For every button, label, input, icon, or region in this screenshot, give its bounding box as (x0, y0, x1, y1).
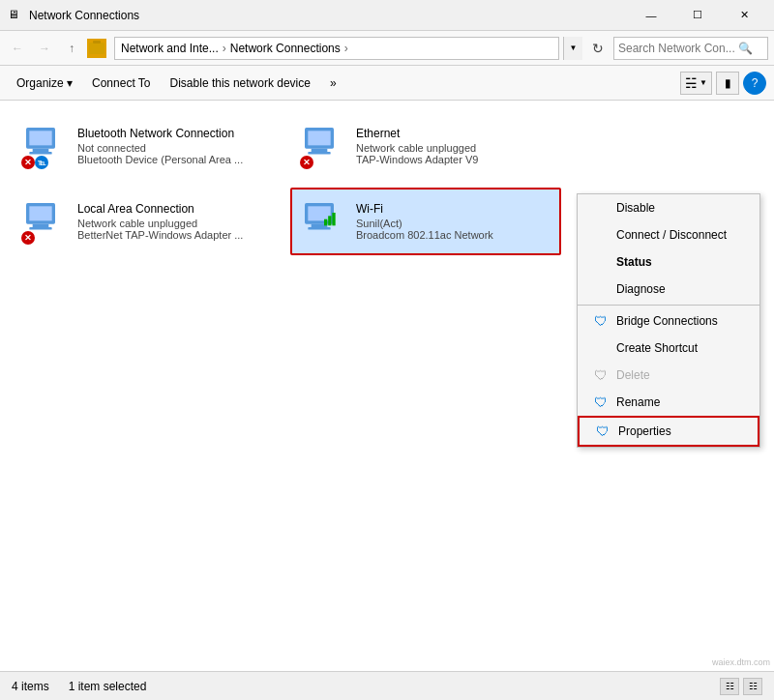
status-icon (593, 254, 609, 270)
window-controls: — ☐ ✕ (629, 0, 766, 31)
network-item-local[interactable]: ✕ Local Area Connection Network cable un… (12, 188, 283, 255)
back-button[interactable]: ← (6, 37, 29, 60)
bridge-icon: 🛡 (593, 313, 609, 329)
svg-rect-20 (332, 213, 335, 225)
error-badge-bluetooth: ✕ (21, 156, 35, 169)
ctx-properties[interactable]: 🛡 Properties (578, 416, 759, 447)
title-bar: 🖥 Network Connections — ☐ ✕ (0, 0, 774, 31)
view-options[interactable]: ☵ ▼ (680, 72, 712, 95)
shortcut-icon (593, 340, 609, 356)
diagnose-icon (593, 281, 609, 297)
search-icon: 🔍 (738, 42, 753, 55)
pane-button[interactable]: ▮ (716, 72, 739, 95)
svg-rect-1 (93, 41, 101, 44)
ctx-shortcut[interactable]: Create Shortcut (578, 335, 759, 362)
ctx-delete: 🛡 Delete (578, 362, 759, 389)
address-bar: ← → ↑ Network and Inte... › Network Conn… (0, 31, 774, 66)
network-item-ethernet[interactable]: ✕ Ethernet Network cable unplugged TAP-W… (290, 112, 561, 180)
maximize-button[interactable]: ☐ (675, 0, 720, 31)
ctx-rename[interactable]: 🛡 Rename (578, 389, 759, 416)
forward-button[interactable]: → (33, 37, 56, 60)
wifi-status: Sunil(Act) (356, 218, 551, 229)
error-badge-ethernet: ✕ (300, 156, 313, 169)
rename-icon: 🛡 (593, 394, 609, 410)
svg-rect-3 (29, 131, 51, 145)
search-box[interactable]: 🔍 (613, 37, 768, 60)
watermark: waiex.dtm.com (712, 657, 770, 667)
selected-count: 1 item selected (69, 680, 147, 693)
svg-rect-15 (308, 206, 330, 220)
status-view-btn-1[interactable]: ☷ (720, 678, 739, 695)
svg-rect-0 (89, 43, 104, 54)
context-menu: Disable Connect / Disconnect Status Diag… (577, 193, 760, 448)
svg-rect-19 (328, 216, 331, 225)
item-count: 4 items (12, 680, 49, 693)
properties-icon: 🛡 (595, 423, 610, 439)
search-input[interactable] (618, 42, 734, 55)
svg-rect-9 (308, 152, 330, 155)
svg-rect-12 (33, 224, 49, 227)
view-dropdown-icon: ▼ (700, 78, 707, 87)
svg-rect-13 (29, 227, 51, 230)
ctx-diagnose[interactable]: Diagnose (578, 276, 759, 303)
wifi-info: Wi-Fi Sunil(Act) Broadcom 802.11ac Netwo… (356, 202, 551, 241)
svg-rect-11 (29, 206, 51, 220)
ethernet-icon-wrap: ✕ (300, 123, 346, 169)
minimize-button[interactable]: — (629, 0, 673, 31)
help-button[interactable]: ? (743, 72, 766, 95)
network-item-wifi[interactable]: Wi-Fi Sunil(Act) Broadcom 802.11ac Netwo… (290, 188, 561, 255)
ethernet-status: Network cable unplugged (356, 142, 551, 154)
window-title: Network Connections (29, 9, 629, 22)
disable-button[interactable]: Disable this network device (162, 70, 319, 97)
bluetooth-status: Not connected (77, 142, 273, 154)
svg-rect-18 (324, 219, 327, 226)
status-bar: 4 items 1 item selected ☷ ☷ (0, 671, 774, 700)
toolbar: Organize ▾ Connect To Disable this netwo… (0, 66, 774, 101)
connect-to-button[interactable]: Connect To (83, 70, 160, 97)
ctx-connect[interactable]: Connect / Disconnect (578, 221, 759, 248)
breadcrumb-icon (87, 39, 106, 58)
svg-rect-17 (308, 227, 330, 230)
view-buttons: ☷ ☷ (720, 678, 762, 695)
ctx-separator-1 (578, 305, 759, 306)
bluetooth-badge: ℡ (35, 156, 48, 169)
svg-rect-8 (312, 149, 328, 152)
delete-icon: 🛡 (593, 367, 609, 383)
local-status: Network cable unplugged (77, 218, 273, 229)
ethernet-device: TAP-Windows Adapter V9 (356, 154, 551, 165)
address-path[interactable]: Network and Inte... › Network Connection… (114, 37, 559, 60)
local-name: Local Area Connection (77, 202, 273, 216)
bluetooth-info: Bluetooth Network Connection Not connect… (77, 127, 273, 165)
bluetooth-device: Bluetooth Device (Personal Area ... (77, 154, 273, 165)
status-view-btn-2[interactable]: ☷ (743, 678, 762, 695)
address-dropdown-button[interactable]: ▼ (563, 37, 582, 60)
svg-rect-7 (308, 131, 330, 145)
organize-button[interactable]: Organize ▾ (8, 70, 81, 97)
svg-rect-5 (29, 152, 51, 155)
local-info: Local Area Connection Network cable unpl… (77, 202, 273, 241)
wifi-device: Broadcom 802.11ac Network (356, 229, 551, 241)
ethernet-name: Ethernet (356, 127, 551, 140)
wifi-computer-icon (300, 198, 339, 237)
toolbar-right: ☵ ▼ ▮ ? (680, 72, 766, 95)
up-button[interactable]: ↑ (60, 37, 83, 60)
ethernet-info: Ethernet Network cable unplugged TAP-Win… (356, 127, 551, 165)
network-item-bluetooth[interactable]: ✕ ℡ Bluetooth Network Connection Not con… (12, 112, 283, 180)
ctx-disable[interactable]: Disable (578, 194, 759, 221)
refresh-button[interactable]: ↻ (586, 37, 610, 60)
bluetooth-icon-wrap: ✕ ℡ (21, 123, 68, 169)
view-icon: ☵ (685, 75, 698, 91)
ctx-status[interactable]: Status (578, 248, 759, 276)
more-button[interactable]: » (321, 70, 345, 97)
ctx-bridge[interactable]: 🛡 Bridge Connections (578, 307, 759, 335)
wifi-icon-wrap (300, 198, 346, 245)
disable-icon (593, 200, 609, 216)
connect-icon (593, 227, 609, 243)
path-item-1: Network and Inte... (121, 42, 219, 55)
local-device: BetterNet TAP-Windows Adapter ... (77, 229, 273, 241)
close-button[interactable]: ✕ (722, 0, 766, 31)
svg-rect-4 (33, 149, 49, 152)
local-icon-wrap: ✕ (21, 198, 68, 245)
app-icon: 🖥 (8, 8, 23, 23)
bluetooth-name: Bluetooth Network Connection (77, 127, 273, 140)
